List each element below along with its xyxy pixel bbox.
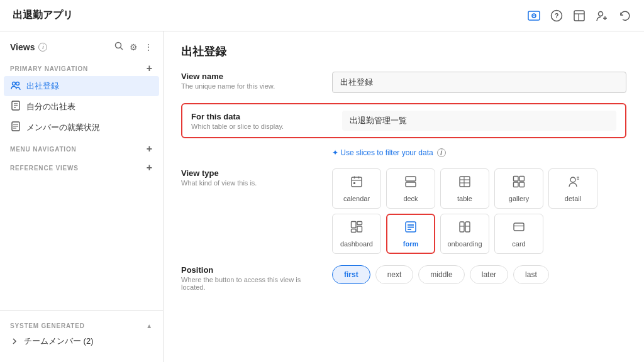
app-title: 出退勤アプリ xyxy=(13,9,73,22)
position-row: Position Where the button to access this… xyxy=(181,265,626,291)
menu-nav-add-button[interactable]: + xyxy=(147,144,153,154)
svg-rect-34 xyxy=(514,176,519,181)
view-type-form[interactable]: form xyxy=(386,214,435,254)
view-name-sublabel: The unique name for this view. xyxy=(181,82,319,90)
view-type-calendar[interactable]: calendar xyxy=(332,168,381,209)
primary-nav-label: PRIMARY NAVIGATION + xyxy=(0,57,163,76)
position-later-button[interactable]: later xyxy=(470,265,508,284)
position-next-button[interactable]: next xyxy=(375,265,414,284)
nav-item-member[interactable]: メンバーの就業状況 xyxy=(0,117,163,138)
svg-rect-35 xyxy=(519,176,525,181)
member-icon xyxy=(10,121,21,133)
position-label: Position xyxy=(181,265,319,275)
view-type-detail[interactable]: detail xyxy=(548,168,597,209)
table-icon[interactable] xyxy=(572,9,586,23)
svg-rect-27 xyxy=(353,182,355,184)
svg-rect-28 xyxy=(406,177,416,181)
search-icon[interactable] xyxy=(114,41,123,52)
for-this-data-input[interactable]: 出退勤管理一覧 xyxy=(342,111,616,131)
menu-nav-label: MENU NAVIGATION + xyxy=(0,138,163,156)
main-layout: Views i ⚙ ⋮ PRIMARY NAVIGATION + xyxy=(0,31,644,362)
card-icon xyxy=(513,221,525,236)
position-label-group: Position Where the button to access this… xyxy=(181,265,319,291)
svg-rect-53 xyxy=(514,223,524,231)
svg-rect-50 xyxy=(465,222,470,232)
views-info-icon[interactable]: i xyxy=(38,43,47,52)
system-collapse-icon[interactable]: ▲ xyxy=(146,322,153,329)
view-type-label-group: View type What kind of view this is. xyxy=(181,168,319,187)
undo-icon[interactable] xyxy=(618,9,631,23)
system-item-team[interactable]: チームメンバー (2) xyxy=(10,333,153,349)
view-name-row: View name The unique name for this view.… xyxy=(181,72,626,93)
sidebar-views-title: Views i xyxy=(10,42,47,52)
view-type-onboarding[interactable]: onboarding xyxy=(440,214,489,254)
help-icon[interactable]: ? xyxy=(550,9,564,23)
view-type-gallery[interactable]: gallery xyxy=(494,168,543,209)
more-icon[interactable]: ⋮ xyxy=(144,42,153,52)
svg-rect-30 xyxy=(460,177,470,187)
system-item-label: チームメンバー (2) xyxy=(24,336,94,347)
preview-icon[interactable] xyxy=(527,9,541,23)
sidebar-divider xyxy=(0,310,163,311)
nav-label-jibun: 自分の出社表 xyxy=(26,101,75,112)
svg-point-8 xyxy=(599,11,603,16)
view-type-label: View type xyxy=(181,168,319,178)
position-buttons: first next middle later last xyxy=(332,265,549,284)
form-icon xyxy=(404,221,417,236)
topbar: 出退勤アプリ ? xyxy=(0,0,644,31)
arrow-right-icon xyxy=(10,337,19,346)
svg-text:?: ? xyxy=(555,12,559,19)
reference-views-add-button[interactable]: + xyxy=(147,163,153,173)
view-name-label-group: View name The unique name for this view. xyxy=(181,72,319,90)
svg-point-38 xyxy=(570,177,575,182)
table-view-icon xyxy=(458,175,471,191)
view-type-card[interactable]: card xyxy=(494,214,543,254)
jibun-icon xyxy=(10,101,21,112)
system-section: SYSTEM GENERATED ▲ チームメンバー (2) xyxy=(0,317,163,354)
for-this-data-row: For this data Which table or slice to di… xyxy=(181,103,626,138)
svg-point-13 xyxy=(13,82,16,85)
svg-rect-36 xyxy=(514,182,519,187)
view-type-table[interactable]: table xyxy=(440,168,489,209)
dashboard-icon xyxy=(350,221,363,236)
topbar-icons: ? xyxy=(527,9,631,23)
deck-icon xyxy=(404,175,417,191)
add-person-icon[interactable] xyxy=(595,9,609,23)
reference-views-label: REFERENCE VIEWS + xyxy=(0,156,163,175)
svg-point-11 xyxy=(116,43,121,48)
view-type-deck[interactable]: deck xyxy=(386,168,435,209)
nav-item-shussha[interactable]: 出社登録 xyxy=(4,76,159,96)
nav-label-shussha: 出社登録 xyxy=(26,80,59,92)
settings-icon[interactable]: ⚙ xyxy=(130,42,138,52)
svg-rect-5 xyxy=(574,11,584,21)
svg-rect-42 xyxy=(357,221,362,224)
detail-icon xyxy=(567,175,579,191)
svg-point-2 xyxy=(533,15,535,16)
svg-rect-44 xyxy=(352,229,357,232)
position-first-button[interactable]: first xyxy=(332,265,370,284)
position-last-button[interactable]: last xyxy=(513,265,549,284)
for-this-data-value-group: 出退勤管理一覧 xyxy=(342,111,616,131)
svg-rect-29 xyxy=(406,182,416,187)
svg-rect-23 xyxy=(352,177,362,187)
view-name-input[interactable]: 出社登録 xyxy=(332,72,626,93)
for-this-data-label: For this data xyxy=(191,112,330,121)
sidebar-header: Views i ⚙ ⋮ xyxy=(0,39,163,57)
calendar-icon xyxy=(350,175,363,191)
view-type-dashboard[interactable]: dashboard xyxy=(332,214,381,254)
svg-line-12 xyxy=(121,48,123,50)
primary-nav-add-button[interactable]: + xyxy=(147,63,153,74)
position-middle-button[interactable]: middle xyxy=(418,265,464,284)
svg-rect-49 xyxy=(460,222,464,232)
nav-label-member: メンバーの就業状況 xyxy=(26,122,100,133)
view-name-value: 出社登録 xyxy=(332,72,626,93)
nav-item-jibun[interactable]: 自分の出社表 xyxy=(0,96,163,117)
for-this-data-sublabel: Which table or slice to display. xyxy=(191,123,330,130)
gallery-icon xyxy=(513,175,525,191)
slices-link[interactable]: ✦ Use slices to filter your data i xyxy=(332,148,626,157)
view-type-row: View type What kind of view this is. xyxy=(181,168,626,254)
view-type-sublabel: What kind of view this is. xyxy=(181,179,319,187)
onboarding-icon xyxy=(458,221,471,236)
slices-info-icon[interactable]: i xyxy=(437,148,446,157)
svg-point-14 xyxy=(16,82,19,85)
